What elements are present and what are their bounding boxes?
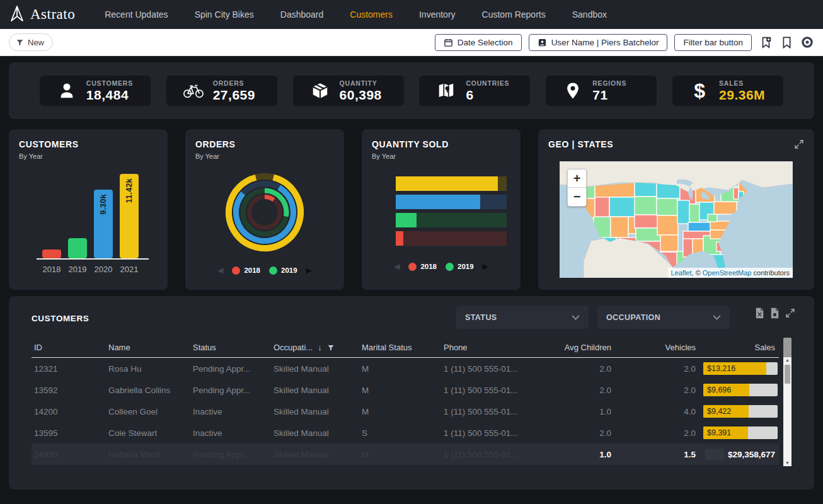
legend-item-2019[interactable]: 2019 — [446, 263, 474, 271]
kpi-label: CUSTOMERS — [86, 79, 133, 87]
table-row[interactable]: 13592 Gabriella Collins Pending Appr... … — [32, 379, 779, 401]
col-header-status[interactable]: Status — [190, 343, 271, 352]
kpi-label: REGIONS — [592, 79, 626, 87]
kpi-regions: REGIONS 71 — [546, 76, 657, 106]
col-header-marital[interactable]: Marital Status — [359, 343, 441, 352]
orders-donut-chart[interactable] — [217, 165, 312, 260]
col-header-phone[interactable]: Phone — [441, 343, 541, 352]
top-nav: Astrato Recent Updates Spin City Bikes D… — [0, 0, 823, 29]
ghost-sales-bar — [705, 449, 724, 460]
ghost-phone: 1 (11) 500 555-01... — [441, 450, 541, 459]
bar-rect — [42, 249, 61, 258]
hbar-2021[interactable] — [396, 176, 507, 191]
bookmark-add-button[interactable] — [759, 35, 773, 49]
cell-occupation: Skilled Manual — [271, 428, 359, 438]
legend-dot-green — [269, 266, 277, 275]
scrollbar-thumb[interactable] — [785, 365, 790, 384]
cell-vehicles: 4.0 — [615, 407, 699, 416]
filter-bar-button[interactable]: Filter bar button — [674, 34, 752, 51]
user-name-button[interactable]: User Name | Piers Batchelor — [529, 34, 668, 51]
legend-label: 2018 — [420, 263, 437, 270]
legend-next-arrow[interactable]: ▶ — [306, 266, 312, 275]
sales-value: $9,422 — [703, 405, 778, 418]
col-header-vehicles[interactable]: Vehicles — [615, 343, 699, 352]
chart-title: CUSTOMERS — [19, 139, 158, 149]
hbar-2020[interactable] — [396, 195, 507, 209]
bar-rect: 9.30k — [94, 190, 113, 258]
col-header-sales[interactable]: Sales — [699, 343, 779, 352]
expand-icon[interactable] — [785, 308, 795, 318]
date-selection-button[interactable]: Date Selection — [435, 34, 522, 51]
bookmark-button[interactable] — [780, 35, 793, 49]
osm-link[interactable]: OpenStreetMap — [703, 269, 752, 277]
legend-item-2018[interactable]: 2018 — [232, 266, 260, 275]
chevron-down-icon — [572, 315, 580, 320]
col-header-name[interactable]: Name — [106, 343, 190, 352]
nav-item-recent-updates[interactable]: Recent Updates — [91, 9, 181, 20]
scrollbar-up-arrow[interactable]: ▲ — [785, 357, 790, 364]
leaflet-link[interactable]: Leaflet — [671, 269, 692, 277]
bar-rect — [68, 238, 87, 258]
legend-prev-arrow[interactable]: ◀ — [394, 262, 400, 271]
map-zoom-out-button[interactable]: − — [568, 188, 586, 206]
table-totals-row: 14930 Isabella Ward Pending Appr... Skil… — [32, 444, 779, 465]
cell-id: 13595 — [32, 428, 106, 438]
kpi-countries: COUNTRIES 6 — [419, 76, 530, 106]
nav-item-customers[interactable]: Customers — [337, 9, 406, 20]
nav-item-dashboard[interactable]: Dashboard — [267, 9, 337, 20]
scrollbar-outer-thumb[interactable] — [783, 338, 791, 357]
occupation-filter-dropdown[interactable]: OCCUPATION — [597, 306, 730, 329]
legend-next-arrow[interactable]: ▶ — [483, 262, 488, 271]
bar-2021[interactable]: 11.42k — [120, 174, 139, 258]
nav-item-inventory[interactable]: Inventory — [406, 9, 469, 20]
status-filter-dropdown[interactable]: STATUS — [456, 306, 589, 329]
geo-title: GEO | STATES — [548, 139, 613, 149]
table-row[interactable]: 13595 Cole Stewart Inactive Skilled Manu… — [32, 422, 779, 444]
col-header-avg-children[interactable]: Avg Children — [541, 343, 615, 352]
export-excel-icon[interactable] — [755, 307, 764, 319]
table-title: CUSTOMERS — [32, 314, 89, 323]
scrollbar-down-arrow[interactable]: ▼ — [785, 460, 790, 466]
legend-item-2019[interactable]: 2019 — [269, 266, 297, 275]
sort-desc-icon[interactable]: ↓ — [318, 343, 322, 352]
col-header-id[interactable]: ID — [32, 343, 106, 352]
column-filter-icon[interactable] — [327, 344, 335, 352]
bookmark-add-icon — [761, 37, 771, 49]
table-row[interactable]: 14200 Colleen Goel Inactive Skilled Manu… — [32, 401, 779, 422]
legend-prev-arrow[interactable]: ◀ — [217, 266, 223, 275]
dollar-icon: $ — [689, 79, 710, 103]
bar-rect: 11.42k — [120, 174, 139, 258]
sales-bar: $9,422 — [703, 405, 778, 418]
bar-2018[interactable] — [42, 249, 61, 258]
hbar-2018[interactable] — [396, 231, 507, 246]
cell-id: 12321 — [32, 364, 106, 374]
nav-item-sandbox[interactable]: Sandbox — [559, 9, 620, 20]
table-row[interactable]: 12321 Rosa Hu Pending Appr... Skilled Ma… — [32, 358, 779, 379]
bar-2019[interactable] — [68, 238, 87, 258]
nav-item-spin-city-bikes[interactable]: Spin City Bikes — [181, 9, 267, 20]
bar-2020[interactable]: 9.30k — [94, 190, 113, 258]
legend-dot-red — [408, 263, 417, 271]
nav-item-custom-reports[interactable]: Custom Reports — [469, 9, 559, 20]
bar-value-label: 9.30k — [99, 194, 108, 215]
eye-button[interactable] — [800, 35, 814, 49]
user-name-label: User Name | Piers Batchelor — [551, 38, 659, 47]
cell-status: Pending Appr... — [190, 364, 271, 374]
chart-title: QUANTITY SOLD — [372, 139, 510, 149]
map-zoom-in-button[interactable]: + — [568, 169, 586, 188]
export-csv-icon[interactable] — [770, 307, 780, 319]
expand-icon[interactable] — [794, 139, 804, 149]
kpi-label: COUNTRIES — [466, 79, 509, 87]
customers-chart-panel: CUSTOMERS By Year 9.30k11.42k 2018201920… — [9, 129, 168, 290]
brand[interactable]: Astrato — [9, 6, 75, 23]
new-filter-button[interactable]: New — [9, 33, 53, 51]
legend-item-2018[interactable]: 2018 — [408, 263, 437, 271]
brand-name: Astrato — [30, 6, 75, 23]
legend-label: 2019 — [281, 266, 297, 274]
chart-subtitle: By Year — [19, 152, 158, 160]
quantity-bar-chart — [396, 176, 507, 246]
hbar-2019[interactable] — [396, 213, 507, 227]
us-states-map[interactable]: + − Leaflet, © OpenStreetMap contributor… — [560, 161, 793, 278]
col-header-occupation[interactable]: Occupati... ↓ — [271, 343, 359, 352]
scrollbar-track[interactable]: ▲ ▼ — [783, 357, 791, 466]
